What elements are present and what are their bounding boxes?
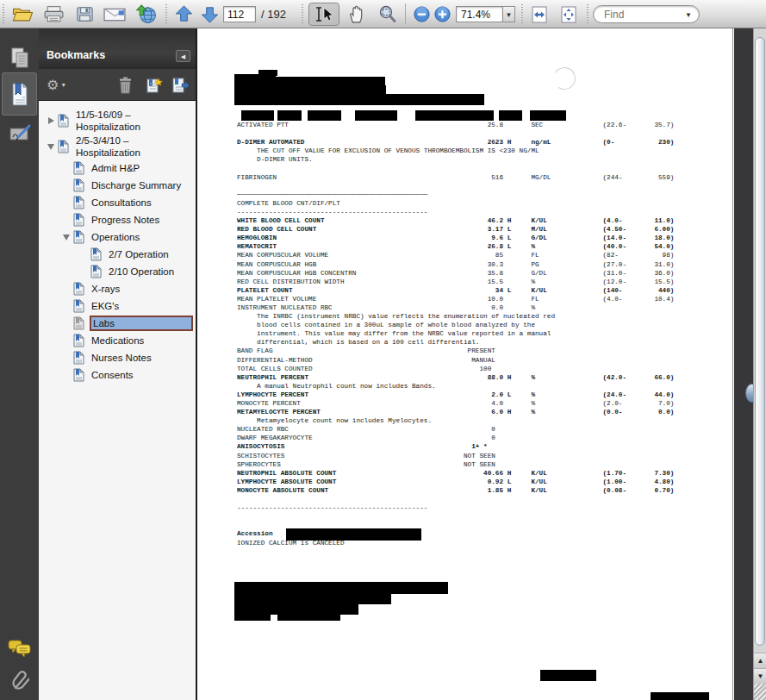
collapse-twisty-icon[interactable] [44, 144, 58, 150]
bookmark-item-progress-notes[interactable]: Progress Notes [39, 211, 196, 228]
bookmarks-panel-button[interactable] [2, 72, 37, 116]
bookmark-item-consultations[interactable]: Consultations [39, 194, 196, 211]
bookmark-item-x-rays[interactable]: X-rays [39, 280, 196, 297]
bookmark-label[interactable]: Nurses Notes [90, 351, 153, 365]
bookmark-item-nurses-notes[interactable]: Nurses Notes [39, 349, 196, 366]
bookmark-label[interactable]: 11/5-16/09 –Hospitalization [74, 108, 142, 134]
bookmark-item-ekg-s[interactable]: EKG's [39, 297, 196, 315]
delete-bookmark-button[interactable] [118, 74, 133, 96]
bookmark-page-icon [73, 316, 84, 330]
report-line [237, 512, 674, 521]
trash-icon [118, 77, 133, 94]
report-line: D-DIMER UNITS. [237, 155, 674, 164]
collapse-twisty-icon[interactable] [59, 234, 73, 241]
bookmark-item-discharge-summary[interactable]: Discharge Summary [39, 177, 196, 194]
redaction-bar [499, 110, 522, 121]
bookmark-item-labs[interactable]: Labs [39, 315, 196, 332]
report-line [237, 495, 674, 503]
report-line: IONIZED CALCIUM is CANCELED [237, 539, 674, 547]
find-dropdown-caret[interactable]: ▼ [685, 11, 692, 19]
bookmark-item-2-10-operation[interactable]: 2/10 Operation [39, 263, 196, 280]
find-field[interactable]: ▼ [593, 5, 700, 23]
bookmark-label[interactable]: Discharge Summary [90, 178, 183, 192]
expand-twisty-icon[interactable] [44, 117, 58, 124]
bookmark-label[interactable]: 2/10 Operation [107, 265, 176, 278]
zoom-level-field[interactable]: 71.4% [456, 6, 503, 22]
redaction-bar [415, 110, 494, 121]
new-bookmark-button[interactable] [146, 74, 163, 96]
bookmark-label[interactable]: Medications [90, 334, 146, 347]
lab-report-page: ACTIVATED PTT 25.8 SEC (22.6- 35.7) D-DI… [197, 28, 733, 700]
page-total-label: / 192 [261, 8, 286, 21]
bookmark-item-medications[interactable]: Medications [39, 332, 196, 349]
report-line: ────────────────────────────────────────… [237, 191, 674, 199]
bookmark-item-consents[interactable]: Consents [39, 366, 196, 384]
report-line: NEUTROPHIL ABSOLUTE COUNT 40.66 H K/UL (… [237, 469, 674, 478]
scroll-up-button[interactable]: ▲ [754, 653, 766, 668]
report-line [237, 164, 674, 172]
marquee-zoom-button[interactable] [376, 3, 400, 25]
zoom-in-icon [433, 5, 452, 23]
toolbar-drag-grip[interactable] [3, 4, 4, 23]
report-line [237, 129, 674, 138]
attachments-panel-button[interactable] [2, 665, 37, 694]
acrobat-window: / 192 [0, 0, 766, 700]
bookmark-label[interactable]: EKG's [90, 299, 121, 313]
bookmark-item-11-5-16-09-hospitalization[interactable]: 11/5-16/09 –Hospitalization [39, 108, 196, 134]
collapse-panel-button[interactable]: ◀ [176, 50, 190, 62]
report-line: TOTAL CELLS COUNTED 100 [237, 365, 674, 373]
bookmark-item-2-5-3-4-10-hospitalization[interactable]: 2/5-3/4/10 –Hospitalization [39, 134, 196, 159]
zoom-dropdown-caret[interactable]: ▼ [503, 6, 515, 22]
toolbar-separator [587, 4, 589, 23]
next-page-button[interactable] [198, 3, 221, 25]
bookmark-label[interactable]: 2/7 Operation [107, 247, 171, 261]
comments-icon [8, 638, 31, 658]
find-input[interactable] [602, 8, 685, 22]
bookmark-item-operations[interactable]: Operations [39, 228, 196, 246]
zoom-out-button[interactable] [412, 3, 432, 25]
save-button[interactable] [72, 3, 97, 25]
bookmark-options-button[interactable]: ⚙ ▼ [47, 74, 66, 96]
previous-page-button[interactable] [172, 3, 195, 25]
report-line: MONOCYTE PERCENT 4.0 % (2.0- 7.0) [237, 399, 674, 408]
goto-bookmark-button[interactable] [171, 74, 190, 96]
pages-panel-button[interactable] [2, 43, 37, 72]
zoom-in-button[interactable] [433, 3, 452, 25]
redaction-bar [277, 615, 340, 621]
bookmark-label[interactable]: Operations [90, 230, 141, 244]
print-button[interactable] [41, 3, 65, 25]
report-line [237, 521, 674, 529]
bookmark-page-icon [73, 351, 84, 365]
fit-page-icon [558, 5, 579, 24]
fit-page-button[interactable] [556, 3, 582, 25]
bookmark-page-icon [73, 213, 84, 227]
panel-title: Bookmarks [47, 49, 105, 61]
bookmark-label[interactable]: Admit H&P [90, 161, 141, 175]
bookmarks-tree: 11/5-16/09 –Hospitalization2/5-3/4/10 –H… [39, 101, 196, 700]
bookmark-label[interactable]: X-rays [90, 282, 121, 296]
redaction-bar [272, 77, 385, 85]
bookmark-label[interactable]: 2/5-3/4/10 –Hospitalization [74, 134, 142, 159]
fit-width-button[interactable] [526, 3, 552, 25]
bookmark-label[interactable]: Consultations [90, 196, 153, 209]
bookmark-item-admit-h-p[interactable]: Admit H&P [39, 159, 196, 177]
vertical-scrollbar[interactable]: ▲ ▼ [753, 28, 766, 700]
open-button[interactable] [10, 3, 34, 25]
scrollbar-thumb[interactable] [755, 37, 765, 646]
window-resize-grip[interactable] [754, 684, 766, 700]
report-line: D-DIMER AUTOMATED 2623 H ng/mL (0- 230) [237, 138, 674, 147]
signatures-panel-button[interactable] [2, 119, 37, 150]
select-tool-button[interactable] [308, 3, 339, 26]
bookmark-label[interactable]: Progress Notes [90, 213, 161, 227]
report-line: LYMPHOCYTE PERCENT 2.0 L % (24.0- 44.0) [237, 391, 674, 399]
bookmark-label[interactable]: Labs [90, 316, 193, 331]
bookmark-label[interactable]: Consents [90, 368, 135, 382]
bookmark-item-2-7-operation[interactable]: 2/7 Operation [39, 246, 196, 263]
bookmark-page-icon [73, 196, 84, 209]
page-number-input[interactable] [223, 6, 256, 22]
upload-web-button[interactable] [133, 3, 159, 25]
hand-tool-button[interactable] [345, 3, 369, 25]
scroll-down-button[interactable]: ▼ [754, 668, 766, 684]
email-button[interactable] [102, 3, 128, 25]
comments-panel-button[interactable] [2, 633, 37, 662]
